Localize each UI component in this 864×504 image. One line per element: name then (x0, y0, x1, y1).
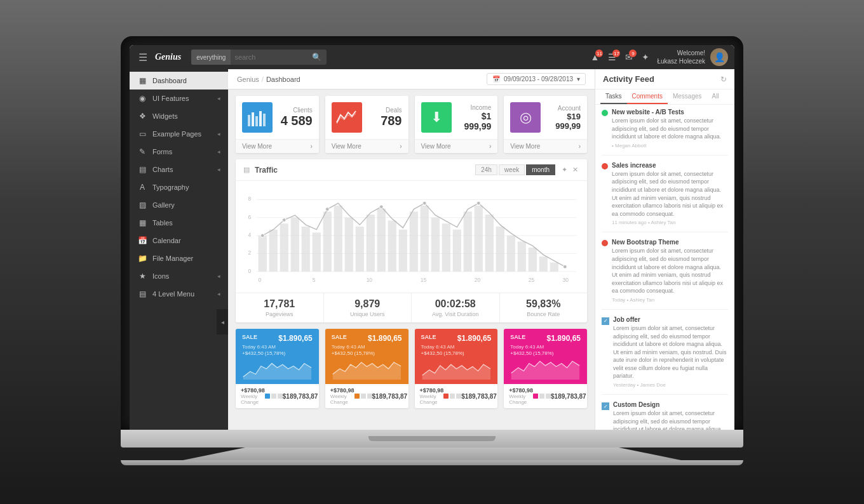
activity-checkbox-5[interactable]: ✓ (602, 402, 609, 410)
sidebar-item-tables[interactable]: ▦ Tables (130, 214, 228, 232)
activity-item-title-2: Sales increase (612, 162, 728, 169)
sidebar-item-file-manager[interactable]: 📁 File Manager (130, 249, 228, 267)
sale-card-4: SALE $1.890,65 Today 6:43 AM +$432,50 (1… (504, 329, 587, 408)
svg-marker-60 (511, 361, 579, 380)
svg-rect-22 (334, 206, 342, 272)
activity-checkbox-4[interactable]: ✓ (602, 317, 609, 325)
activity-tab-all[interactable]: All (707, 90, 724, 104)
sale-total-1: $189,783,87 (283, 393, 318, 400)
deals-label: Deals (368, 107, 402, 114)
view-more-income[interactable]: View More (421, 143, 451, 150)
sale-tag-3: SALE (421, 334, 436, 340)
activity-item-text-3: Lorem ipsum dolor sit amet, consectetur … (612, 247, 728, 295)
view-more-account[interactable]: View More (510, 143, 540, 150)
view-more-deals[interactable]: View More (332, 143, 361, 150)
sale-weekly-label-1: Weekly Change (241, 394, 265, 405)
sale-dot-11 (539, 394, 544, 399)
traffic-tab-week[interactable]: week (499, 164, 525, 175)
svg-rect-41 (539, 256, 548, 272)
sidebar-item-dashboard[interactable]: ▦ Dashboard (130, 72, 228, 90)
deals-chart-icon (335, 109, 358, 126)
svg-text:5: 5 (313, 277, 316, 283)
svg-rect-16 (269, 230, 278, 272)
search-tag: everything (191, 50, 231, 65)
svg-text:4: 4 (248, 232, 252, 238)
4level-icon: ▤ (137, 289, 147, 298)
sidebar-item-ui-features[interactable]: ◉ UI Features ◂ (130, 90, 228, 107)
sidebar-item-label: Tables (152, 219, 220, 227)
dashboard-icon: ▦ (137, 76, 147, 85)
sale-card-4-bottom: +$780,98 Weekly Change $18 (504, 384, 587, 408)
sidebar-item-4level[interactable]: ▤ 4 Level Menu ◂ (130, 285, 228, 303)
sale-dot-12 (546, 394, 551, 399)
svg-rect-38 (507, 235, 515, 272)
refresh-icon[interactable]: ↻ (720, 75, 727, 84)
nav-alerts-btn[interactable]: ▲11 (588, 51, 602, 63)
stats-pageviews: 17,781 Pageviews (236, 293, 324, 322)
traffic-settings-icon[interactable]: ✦ (560, 164, 569, 175)
svg-rect-23 (345, 218, 353, 272)
sale-weekly-label-4: Weekly Change (509, 394, 533, 405)
nav-mail-btn[interactable]: ✉9 (623, 51, 635, 63)
svg-rect-26 (377, 209, 386, 272)
sidebar-item-icons[interactable]: ★ Icons ◂ (130, 267, 228, 285)
svg-rect-33 (453, 230, 461, 272)
svg-point-49 (563, 265, 567, 269)
search-icon[interactable]: 🔍 (307, 53, 327, 62)
sale-card-2: SALE $1.890,65 Today 6:43 AM +$432,50 (1… (325, 329, 408, 408)
dashboard-content: Clients 4 589 View More › (228, 90, 595, 430)
svg-rect-2 (255, 116, 258, 126)
svg-rect-19 (302, 227, 310, 272)
sidebar-item-forms[interactable]: ✎ Forms ◂ (130, 143, 228, 161)
sale-change-4: +$432,50 (15,78%) (510, 350, 581, 356)
sidebar-collapse-button[interactable]: ◂ (217, 309, 228, 335)
sidebar-item-example-pages[interactable]: ▭ Example Pages ◂ (130, 125, 228, 143)
activity-tabs: Tasks Comments Messages All (595, 90, 734, 105)
activity-tab-tasks[interactable]: Tasks (600, 90, 627, 104)
view-more-clients[interactable]: View More (242, 143, 272, 150)
traffic-tab-month[interactable]: month (526, 164, 555, 175)
traffic-chart-icon: ▤ (243, 166, 250, 174)
traffic-close-icon[interactable]: ✕ (571, 164, 579, 175)
sale-card-1-top: SALE $1.890,65 Today 6:43 AM +$432,50 (1… (236, 329, 319, 384)
date-picker[interactable]: 📅 09/09/2013 - 09/28/2013 ▾ (487, 73, 586, 85)
traffic-tab-24h[interactable]: 24h (475, 164, 497, 175)
breadcrumb-bar: Genius / Dashboard 📅 09/09/2013 - 09/28/… (228, 69, 595, 90)
avg-duration-value: 00:02:58 (414, 298, 497, 310)
svg-text:10: 10 (367, 277, 373, 283)
sale-chart-3 (421, 356, 492, 381)
sale-weekly-label-3: Weekly Change (420, 394, 444, 405)
activity-tab-messages[interactable]: Messages (668, 90, 707, 104)
nav-list-btn[interactable]: ☰17 (605, 51, 619, 63)
sale-card-2-top: SALE $1.890,65 Today 6:43 AM +$432,50 (1… (325, 329, 408, 384)
svg-text:0: 0 (259, 277, 262, 283)
svg-rect-31 (431, 218, 440, 272)
traffic-widget-header: ▤ Traffic 24h week month ✦ ✕ (236, 159, 587, 181)
pageviews-value: 17,781 (238, 298, 321, 310)
sidebar-item-widgets[interactable]: ❖ Widgets (130, 107, 228, 125)
sale-chart-4 (510, 356, 581, 381)
search-input[interactable] (231, 53, 307, 61)
sidebar-item-charts[interactable]: ▤ Charts ◂ (130, 161, 228, 178)
laptop-screen: ☰ Genius everything 🔍 ▲11 ☰17 ✉9 (130, 45, 734, 430)
hamburger-icon[interactable]: ☰ (136, 49, 150, 66)
svg-text:15: 15 (421, 277, 427, 283)
activity-tab-comments[interactable]: Comments (627, 90, 668, 104)
sidebar-item-label: Widgets (152, 112, 220, 120)
account-icon-box: ◎ (510, 102, 541, 133)
activity-item-text-5: Lorem ipsum dolor sit amet, consectetur … (613, 409, 728, 430)
user-avatar[interactable]: 👤 (710, 48, 728, 66)
sidebar-item-label: Dashboard (152, 77, 220, 84)
breadcrumb-separator: / (262, 76, 264, 83)
sidebar-item-calendar[interactable]: 📅 Calendar (130, 232, 228, 249)
activity-feed-title: Activity Feed (603, 74, 720, 84)
nav-settings-btn[interactable]: ✦ (639, 51, 652, 63)
chevron-left-icon: ◂ (217, 273, 220, 279)
traffic-chart-area: 8 6 4 2 0 (236, 181, 587, 293)
sale-dot-4 (354, 394, 360, 399)
activity-items-list: New website - A/B Tests Lorem ipsum dolo… (595, 105, 734, 430)
sidebar-item-gallery[interactable]: ▨ Gallery (130, 196, 228, 214)
sidebar-item-label: Calendar (152, 237, 220, 244)
sidebar-item-typography[interactable]: A Typography (130, 178, 228, 196)
deals-card-footer: View More › (325, 139, 408, 153)
